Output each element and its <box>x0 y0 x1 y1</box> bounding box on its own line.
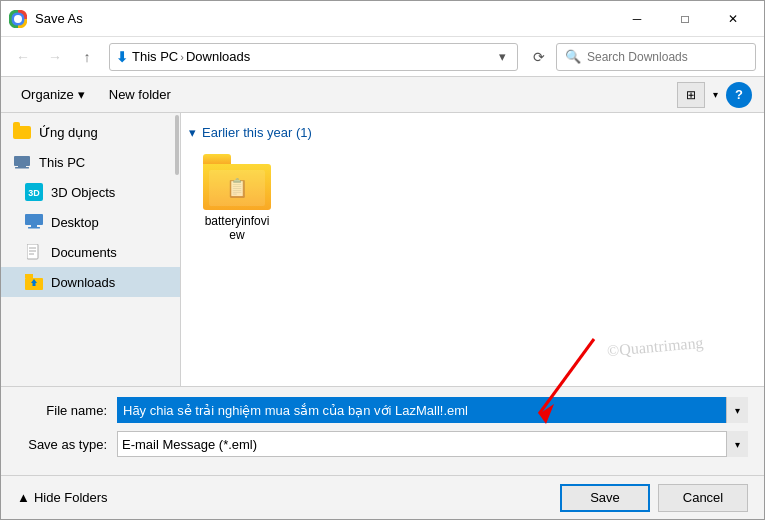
downloads-icon <box>25 273 43 291</box>
3d-objects-icon: 3D <box>25 183 43 201</box>
maximize-button[interactable]: □ <box>662 4 708 34</box>
filetype-row: Save as type: E-mail Message (*.eml) ▾ <box>17 431 748 457</box>
filetype-dropdown-button[interactable]: ▾ <box>726 431 748 457</box>
organize-chevron-icon: ▾ <box>78 87 85 102</box>
sidebar-item-label: Ứng dụng <box>39 125 98 140</box>
help-icon: ? <box>735 87 743 102</box>
sidebar-item-label: Desktop <box>51 215 99 230</box>
bottom-form: File name: ▾ Save as type: E-mail Messag… <box>1 386 764 475</box>
footer: ▲ Hide Folders Save Cancel <box>1 475 764 519</box>
sidebar-item-label: 3D Objects <box>51 185 115 200</box>
address-dropdown-icon[interactable]: ▾ <box>493 48 511 66</box>
close-button[interactable]: ✕ <box>710 4 756 34</box>
search-icon: 🔍 <box>565 49 581 64</box>
save-as-dialog: Save As ─ □ ✕ ← → ↑ ⬇ This PC › Download… <box>0 0 765 520</box>
svg-rect-4 <box>15 167 29 169</box>
sidebar-item-downloads[interactable]: Downloads <box>1 267 180 297</box>
search-input[interactable] <box>587 50 747 64</box>
organize-label: Organize <box>21 87 74 102</box>
section-header[interactable]: ▾ Earlier this year (1) <box>189 121 756 148</box>
sidebar-item-documents[interactable]: Documents <box>1 237 180 267</box>
address-icon: ⬇ <box>116 49 128 65</box>
svg-rect-7 <box>25 214 43 225</box>
sidebar: Ứng dụng This PC <box>1 113 181 386</box>
svg-rect-8 <box>31 225 37 227</box>
filetype-value: E-mail Message (*.eml) <box>122 437 257 452</box>
filename-dropdown-button[interactable]: ▾ <box>726 397 748 423</box>
sidebar-item-label: Documents <box>51 245 117 260</box>
new-folder-button[interactable]: New folder <box>101 82 179 108</box>
sidebar-item-this-pc[interactable]: This PC <box>1 147 180 177</box>
filetype-input-wrap: E-mail Message (*.eml) ▾ <box>117 431 748 457</box>
app-icon <box>9 10 27 28</box>
sidebar-item-3d-objects[interactable]: 3D 3D Objects <box>1 177 180 207</box>
title-bar: Save As ─ □ ✕ <box>1 1 764 37</box>
svg-text:3D: 3D <box>28 188 40 198</box>
minimize-button[interactable]: ─ <box>614 4 660 34</box>
cancel-button[interactable]: Cancel <box>658 484 748 512</box>
new-folder-label: New folder <box>109 87 171 102</box>
documents-icon <box>25 243 43 261</box>
back-button[interactable]: ← <box>9 43 37 71</box>
up-button[interactable]: ↑ <box>73 43 101 71</box>
address-part-thispc[interactable]: This PC <box>132 49 178 64</box>
save-label: Save <box>590 490 620 505</box>
folder-yellow-icon <box>13 123 31 141</box>
forward-button[interactable]: → <box>41 43 69 71</box>
scrollbar-thumb[interactable] <box>175 115 179 175</box>
cancel-label: Cancel <box>683 490 723 505</box>
view-icon: ⊞ <box>686 88 696 102</box>
sidebar-item-ung-dung[interactable]: Ứng dụng <box>1 117 180 147</box>
sidebar-item-label: Downloads <box>51 275 115 290</box>
search-box[interactable]: 🔍 <box>556 43 756 71</box>
refresh-button[interactable]: ⟳ <box>526 44 552 70</box>
organize-button[interactable]: Organize ▾ <box>13 82 93 108</box>
filename-row: File name: ▾ <box>17 397 748 423</box>
window-controls: ─ □ ✕ <box>614 4 756 34</box>
footer-buttons: Save Cancel <box>560 484 748 512</box>
hide-folders-label: Hide Folders <box>34 490 108 505</box>
view-chevron-icon: ▾ <box>713 89 718 100</box>
address-bar[interactable]: ⬇ This PC › Downloads ▾ <box>109 43 518 71</box>
navigation-bar: ← → ↑ ⬇ This PC › Downloads ▾ ⟳ 🔍 <box>1 37 764 77</box>
folder-icon-large: 📋 <box>203 154 271 210</box>
sidebar-scrollbar[interactable] <box>174 113 180 386</box>
section-title: Earlier this year (1) <box>202 125 312 140</box>
section-chevron-icon: ▾ <box>189 125 196 140</box>
svg-rect-9 <box>28 227 40 229</box>
toolbar: Organize ▾ New folder ⊞ ▾ ? <box>1 77 764 113</box>
desktop-icon <box>25 213 43 231</box>
save-button[interactable]: Save <box>560 484 650 512</box>
watermark: ©Quantrimang <box>607 334 705 360</box>
filename-input[interactable] <box>117 397 748 423</box>
svg-rect-15 <box>25 274 33 278</box>
file-name: batteryinfoview <box>203 214 271 242</box>
dialog-title: Save As <box>35 11 614 26</box>
file-grid: 📋 batteryinfoview <box>189 148 756 248</box>
hide-folders-button[interactable]: ▲ Hide Folders <box>17 490 108 505</box>
svg-rect-2 <box>14 156 30 166</box>
filetype-label: Save as type: <box>17 437 117 452</box>
file-browser: ▾ Earlier this year (1) 📋 <box>181 113 764 386</box>
svg-point-1 <box>14 15 22 23</box>
file-item[interactable]: 📋 batteryinfoview <box>197 148 277 248</box>
help-button[interactable]: ? <box>726 82 752 108</box>
sidebar-item-desktop[interactable]: Desktop <box>1 207 180 237</box>
view-button[interactable]: ⊞ <box>677 82 705 108</box>
filetype-display: E-mail Message (*.eml) <box>117 431 748 457</box>
this-pc-icon <box>13 153 31 171</box>
filename-label: File name: <box>17 403 117 418</box>
hide-folders-chevron-icon: ▲ <box>17 490 30 505</box>
main-content: Ứng dụng This PC <box>1 113 764 386</box>
sidebar-item-label: This PC <box>39 155 85 170</box>
filename-input-wrap: ▾ <box>117 397 748 423</box>
address-breadcrumb: This PC › Downloads <box>132 49 489 64</box>
address-part-downloads[interactable]: Downloads <box>186 49 250 64</box>
